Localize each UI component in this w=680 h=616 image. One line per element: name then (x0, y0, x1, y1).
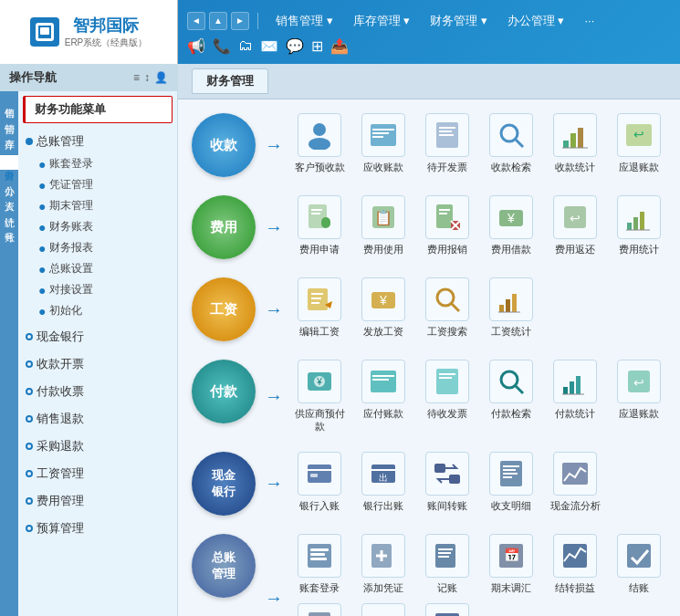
menu-item-chushi[interactable]: ●初始化 (18, 300, 177, 321)
svg-rect-80 (503, 476, 512, 478)
item-zhangdao-dl[interactable]: 账套登录 (292, 534, 347, 594)
item-yingtui-zk[interactable]: ↩ 应退账款 (612, 113, 666, 173)
svg-rect-68 (308, 465, 331, 483)
zhangdao-icon (298, 534, 341, 578)
menu-group-title-fukuan[interactable]: 付款收票 (18, 380, 177, 403)
item-tianjia-pz[interactable]: 添加凭证 (356, 534, 411, 594)
pin-icon[interactable]: ↕ (144, 71, 150, 84)
item-gongzi-tongji[interactable]: 工资统计 (484, 277, 539, 338)
circle-icon (26, 333, 33, 340)
item-shouzhi-mingxi[interactable]: 收支明细 (484, 452, 539, 512)
btn-zhangmu[interactable]: 总账管理 (192, 534, 256, 598)
item-yinhang-chuzhang[interactable]: 出 银行出账 (356, 452, 411, 512)
phone-icon[interactable]: 📞 (213, 37, 231, 55)
svg-point-60 (501, 371, 518, 388)
item-gongzi-sousuo[interactable]: 工资搜索 (420, 277, 475, 338)
jiezhang-icon (617, 534, 661, 578)
sidebar-icon-stats[interactable]: 统计 (0, 202, 18, 216)
item-feiyong-baoxiao[interactable]: 费用报销 (420, 195, 475, 256)
menu-item-pingzheng[interactable]: ●凭证管理 (18, 174, 177, 195)
sidebar-icon-office[interactable]: 办公 (0, 171, 18, 185)
menu-group-title-xianjin[interactable]: 现金银行 (18, 325, 177, 349)
file-icon[interactable]: 🗂 (238, 37, 253, 54)
circle-icon (26, 525, 33, 532)
item-bianji-gongzi[interactable]: 编辑工资 (292, 277, 347, 338)
item-zongfenlei-zhang[interactable]: 总分类账 (420, 603, 475, 616)
item-feiyong-shenqing[interactable]: 费用申请 (292, 195, 347, 256)
sidebar-icon-production[interactable]: 生产 (0, 140, 18, 154)
user-icon[interactable]: 👤 (154, 71, 168, 84)
menu-item-qimo[interactable]: ●期末管理 (18, 195, 177, 216)
nav-forward[interactable]: ► (231, 12, 249, 30)
menu-group-title-shoukuan[interactable]: 收款开票 (18, 352, 177, 376)
item-fukuan-tongji[interactable]: 付款统计 (548, 360, 602, 433)
item-shoukuan-jiansuo[interactable]: 收款检索 (484, 113, 539, 173)
list-icon[interactable]: ≡ (133, 71, 140, 84)
kehu-yushou-icon (298, 113, 341, 157)
svg-text:↩: ↩ (633, 127, 644, 141)
item-fukuan-jianso[interactable]: 付款检索 (484, 360, 539, 433)
menu-item-caiwuzb[interactable]: ●财务账表 (18, 216, 177, 237)
svg-text:¥: ¥ (379, 293, 387, 308)
grid-icon[interactable]: ⊞ (311, 37, 323, 55)
menu-item-zzsz[interactable]: ●总账设置 (18, 258, 177, 279)
item-qimo-tiaohui[interactable]: 📅 期末调汇 (484, 534, 539, 594)
export-icon[interactable]: 📤 (330, 37, 349, 55)
item-yingfu-zk[interactable]: 应付账款 (356, 360, 411, 433)
item-yingshou-zk[interactable]: 应收账款 (356, 113, 411, 173)
sidebar-icon-sales[interactable]: 销售 (0, 93, 18, 108)
item-shoukuan-tongji[interactable]: 收款统计 (548, 113, 602, 173)
item-feiyong-tongji[interactable]: 费用统计 (612, 195, 666, 256)
nav-finance[interactable]: 财务管理 ▾ (421, 10, 497, 32)
item-feiyong-shiyong[interactable]: 📋 费用使用 (356, 195, 411, 256)
item-feiyong-jiekuan[interactable]: ¥ 费用借款 (484, 195, 539, 256)
menu-group-title-cgtk[interactable]: 采购退款 (18, 434, 177, 458)
item-gongyings-yufu[interactable]: ¥ 供应商预付款 (292, 360, 347, 433)
nav-office[interactable]: 办公管理 ▾ (498, 10, 574, 32)
sidebar-icon-hr[interactable]: 人资 (0, 186, 18, 201)
menu-item-duijie[interactable]: ●对接设置 (18, 279, 177, 300)
menu-group-feiyong: 费用管理 (18, 487, 177, 515)
item-yinhang-riji[interactable]: 银行日记账 (356, 603, 411, 616)
item-fafu-gongzi[interactable]: ¥ 发放工资 (356, 277, 411, 338)
item-xianjin-riji[interactable]: ¥ 现金日记账 (292, 603, 347, 616)
menu-group-title-xstk[interactable]: 销售退款 (18, 407, 177, 431)
item-daishou-fp[interactable]: 待收发票 (420, 360, 475, 433)
btn-xianjin[interactable]: 现金银行 (192, 452, 256, 516)
sidebar-icon-finance[interactable]: 财务 (0, 155, 18, 170)
btn-feiyong[interactable]: 费用 (192, 195, 256, 259)
item-jiezhang[interactable]: 结账 (612, 534, 666, 594)
menu-group-title-feiyong[interactable]: 费用管理 (18, 489, 177, 513)
chat-icon[interactable]: 💬 (286, 37, 304, 55)
item-jizhang[interactable]: 记账 (420, 534, 475, 594)
nav-inventory[interactable]: 库存管理 ▾ (344, 10, 420, 32)
sidebar-icon-inventory[interactable]: 库存 (0, 124, 18, 139)
menu-group-title-zhangmu[interactable]: 总账管理 (18, 130, 177, 153)
menu-item-zhangdao[interactable]: ●账套登录 (18, 153, 177, 174)
item-feiyong-fanhuan[interactable]: ↩ 费用返还 (548, 195, 602, 256)
megaphone-icon[interactable]: 📢 (187, 37, 205, 55)
menu-group-title-gongzi[interactable]: 工资管理 (18, 462, 177, 485)
nav-sales[interactable]: 销售管理 ▾ (267, 10, 342, 32)
nav-home[interactable]: ▲ (209, 12, 227, 30)
sidebar-icon-marketing[interactable]: 营销 (0, 109, 18, 123)
item-kehu-yushou[interactable]: 客户预收款 (292, 113, 347, 173)
nav-more[interactable]: ··· (576, 11, 604, 30)
nav-back[interactable]: ◄ (187, 12, 205, 30)
svg-text:¥: ¥ (316, 377, 322, 387)
item-zhangjian-zhuanzhang[interactable]: 账间转账 (420, 452, 475, 512)
item-daikai-fapiao[interactable]: 待开发票 (420, 113, 475, 173)
tab-finance[interactable]: 财务管理 (192, 68, 268, 94)
item-yinhang-ruzhang[interactable]: 银行入账 (292, 452, 347, 512)
menu-item-caiwubg[interactable]: ●财务报表 (18, 237, 177, 258)
btn-fukuan[interactable]: 付款 (192, 360, 256, 423)
mail-icon[interactable]: ✉️ (260, 37, 278, 55)
sidebar-icon-account[interactable]: 账号 (0, 217, 18, 232)
btn-gongzi[interactable]: 工资 (192, 277, 256, 341)
fafu-icon: ¥ (361, 277, 405, 321)
btn-shoukuan[interactable]: 收款 (192, 113, 256, 177)
menu-group-title-yusuan[interactable]: 预算管理 (18, 517, 177, 540)
item-fukuan-yingtui[interactable]: ↩ 应退账款 (612, 360, 666, 433)
item-jiezhuan-sunyi[interactable]: 结转损益 (548, 534, 602, 594)
item-xianjin-liuxi[interactable]: 现金流分析 (548, 452, 602, 512)
